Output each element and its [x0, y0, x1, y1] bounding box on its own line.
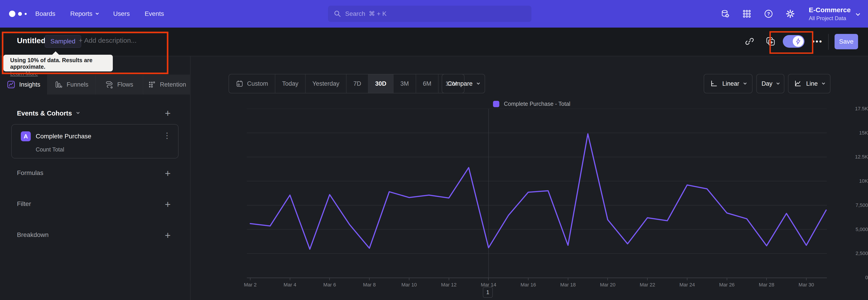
- chart-svg: [247, 109, 827, 278]
- lightning-bolt-icon: [794, 37, 802, 45]
- report-type-tabs: Insights Funnels Flows: [0, 74, 191, 94]
- x-axis-tick: [687, 278, 687, 280]
- copy-link-icon[interactable]: [745, 37, 754, 46]
- add-to-board-icon[interactable]: [766, 37, 775, 46]
- x-axis-tick: [250, 278, 250, 280]
- x-axis-label: Mar 4: [274, 282, 306, 288]
- x-axis-tick: [528, 278, 528, 280]
- range-6m[interactable]: 6M: [416, 74, 438, 93]
- tab-label: Flows: [117, 81, 133, 88]
- content-area: Insights Funnels Flows: [0, 56, 868, 300]
- interval-dropdown[interactable]: Day: [756, 74, 784, 93]
- scale-dropdown[interactable]: Linear: [704, 74, 752, 93]
- x-axis-label: Mar 16: [513, 282, 544, 288]
- nav-boards[interactable]: Boards: [35, 10, 55, 18]
- date-range-selector: Custom Today Yesterday 7D 30D 3M 6M 12M: [228, 74, 465, 93]
- tooltip-text: Using 10% of data. Results are approxima…: [10, 57, 113, 70]
- event-metric[interactable]: Count Total: [36, 146, 64, 153]
- workspace-switcher[interactable]: E-Commerce All Project Data: [809, 0, 860, 28]
- sampling-toggle[interactable]: [783, 35, 804, 48]
- legend-swatch: [493, 101, 499, 107]
- chevron-down-icon: [476, 81, 480, 85]
- x-axis-label: Mar 10: [393, 282, 425, 288]
- nav-links: Boards Reports Users Events: [35, 0, 164, 28]
- report-header-bar: Untitled Sampled + Add description... ••…: [0, 28, 868, 56]
- tab-label: Retention: [160, 81, 186, 88]
- tab-funnels[interactable]: Funnels: [47, 74, 95, 94]
- events-cohorts-header[interactable]: Events & Cohorts: [17, 110, 79, 117]
- save-button[interactable]: Save: [835, 34, 858, 49]
- add-filter-button[interactable]: +: [162, 199, 173, 210]
- nav-icon-group: ?: [721, 0, 795, 28]
- x-axis-label: Mar 28: [751, 282, 782, 288]
- add-formula-button[interactable]: +: [162, 168, 173, 179]
- filter-row: Filter +: [0, 198, 191, 211]
- help-icon[interactable]: ?: [764, 9, 773, 18]
- x-axis-tick: [568, 278, 568, 280]
- range-30d[interactable]: 30D: [368, 74, 393, 93]
- tab-flows[interactable]: Flows: [95, 74, 143, 94]
- x-axis-tick: [608, 278, 608, 280]
- x-axis-tick: [488, 278, 489, 280]
- settings-gear-icon[interactable]: [786, 9, 795, 18]
- series-line: [250, 134, 826, 249]
- header-divider: [828, 34, 829, 50]
- chevron-down-icon: [776, 81, 780, 85]
- search-icon: [334, 10, 341, 18]
- report-title[interactable]: Untitled: [17, 36, 46, 45]
- chart-type-dropdown[interactable]: Line: [788, 74, 831, 93]
- logo-dot-small: [25, 13, 27, 15]
- chevron-down-icon: [822, 81, 825, 85]
- more-options-button[interactable]: •••: [812, 37, 823, 46]
- nav-reports[interactable]: Reports: [70, 10, 98, 18]
- x-axis-label: Mar 22: [631, 282, 663, 288]
- range-3m[interactable]: 3M: [393, 74, 416, 93]
- toggle-knob: [793, 36, 804, 47]
- range-today[interactable]: Today: [275, 74, 305, 93]
- search-input[interactable]: [345, 10, 526, 18]
- event-card[interactable]: A Complete Purchase ⋮ Count Total: [11, 124, 179, 158]
- x-axis-label: Mar 2: [235, 282, 266, 288]
- event-letter-badge: A: [21, 131, 31, 141]
- linear-scale-icon: [710, 80, 718, 88]
- tooltip-learn-more-link[interactable]: Learn More: [10, 70, 38, 77]
- apps-grid-icon[interactable]: [742, 9, 751, 18]
- x-axis-label: Mar 18: [552, 282, 584, 288]
- chevron-down-icon: [96, 11, 99, 15]
- add-description-field[interactable]: + Add description...: [79, 37, 136, 44]
- svg-text:?: ?: [767, 11, 770, 16]
- event-name[interactable]: Complete Purchase: [36, 133, 91, 140]
- tab-retention[interactable]: Retention: [143, 74, 191, 94]
- add-breakdown-button[interactable]: +: [162, 230, 173, 241]
- x-axis-label: Mar 12: [433, 282, 465, 288]
- nav-users[interactable]: Users: [113, 10, 130, 18]
- x-axis-tick: [647, 278, 648, 280]
- sampled-badge[interactable]: Sampled: [45, 35, 81, 48]
- chart-page-button[interactable]: 1: [483, 287, 493, 298]
- breakdown-row: Breakdown +: [0, 229, 191, 242]
- add-event-button[interactable]: +: [162, 108, 173, 119]
- tab-insights[interactable]: Insights: [0, 74, 47, 94]
- nav-events[interactable]: Events: [145, 10, 164, 18]
- x-axis-tick: [766, 278, 767, 280]
- data-management-icon[interactable]: [721, 9, 730, 18]
- x-axis-tick: [369, 278, 370, 280]
- range-yesterday[interactable]: Yesterday: [305, 74, 346, 93]
- events-cohorts-label: Events & Cohorts: [17, 110, 72, 117]
- range-7d[interactable]: 7D: [346, 74, 368, 93]
- global-search[interactable]: [328, 6, 531, 22]
- event-kebab-menu[interactable]: ⋮: [163, 131, 171, 140]
- x-axis-tick: [806, 278, 807, 280]
- range-custom[interactable]: Custom: [229, 74, 275, 93]
- tab-label: Insights: [19, 81, 40, 88]
- x-axis-label: Mar 30: [790, 282, 822, 288]
- chart-legend[interactable]: Complete Purchase - Total: [493, 100, 570, 107]
- compare-button[interactable]: Compare: [442, 74, 485, 93]
- line-chart-plot[interactable]: [247, 109, 827, 278]
- legend-label: Complete Purchase - Total: [504, 100, 570, 107]
- mixpanel-logo[interactable]: [9, 0, 27, 28]
- y-axis-label: 5,000: [823, 227, 868, 232]
- x-axis-label: Mar 8: [353, 282, 385, 288]
- insights-icon: [7, 81, 15, 89]
- chevron-down-icon: [856, 11, 860, 16]
